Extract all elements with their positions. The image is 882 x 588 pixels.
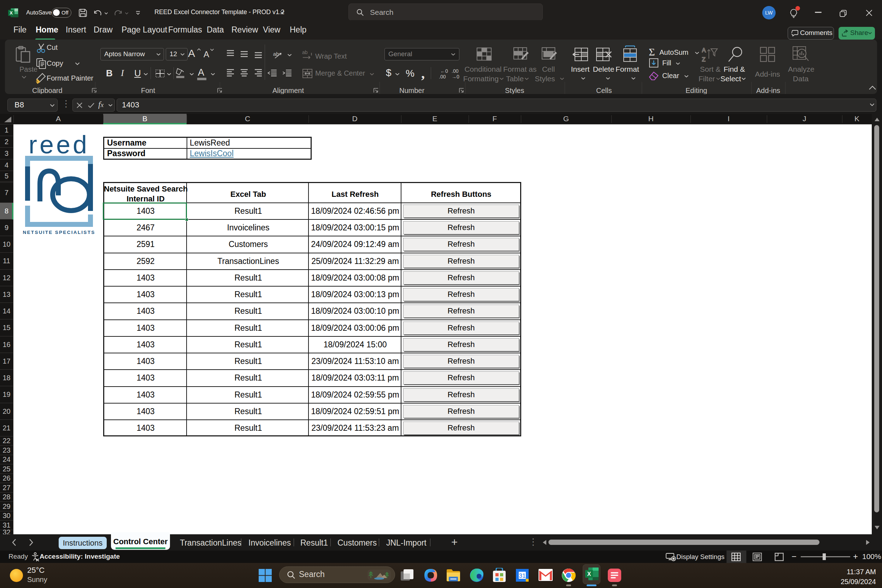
svg-text:ab: ab <box>302 50 308 55</box>
svg-text:X: X <box>9 10 13 15</box>
svg-text:X: X <box>587 571 591 577</box>
svg-text:.00: .00 <box>452 68 459 74</box>
svg-text:→0: →0 <box>452 74 459 79</box>
svg-text:NETSUITE SPECIALISTS: NETSUITE SPECIALISTS <box>22 230 95 235</box>
svg-text:31: 31 <box>519 573 526 579</box>
svg-text:←0: ←0 <box>440 68 448 74</box>
svg-text:reed: reed <box>28 130 89 159</box>
svg-text:Z: Z <box>702 56 705 63</box>
svg-text:A: A <box>702 47 706 54</box>
svg-text:.00: .00 <box>439 74 446 79</box>
